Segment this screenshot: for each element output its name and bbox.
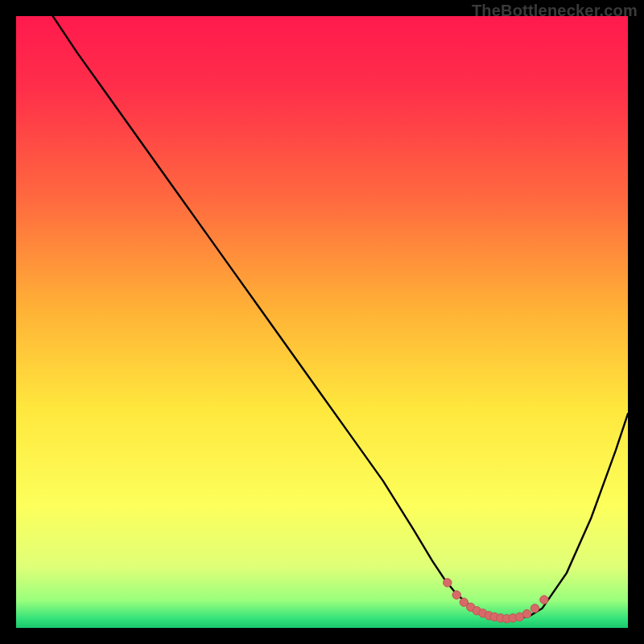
bottleneck-chart bbox=[16, 16, 628, 628]
chart-frame bbox=[16, 16, 628, 628]
gradient-background bbox=[16, 16, 628, 628]
marker-dot bbox=[522, 609, 530, 617]
marker-dot bbox=[540, 596, 548, 604]
marker-dot bbox=[452, 591, 460, 599]
marker-dot bbox=[444, 579, 452, 587]
marker-dot bbox=[530, 605, 539, 613]
